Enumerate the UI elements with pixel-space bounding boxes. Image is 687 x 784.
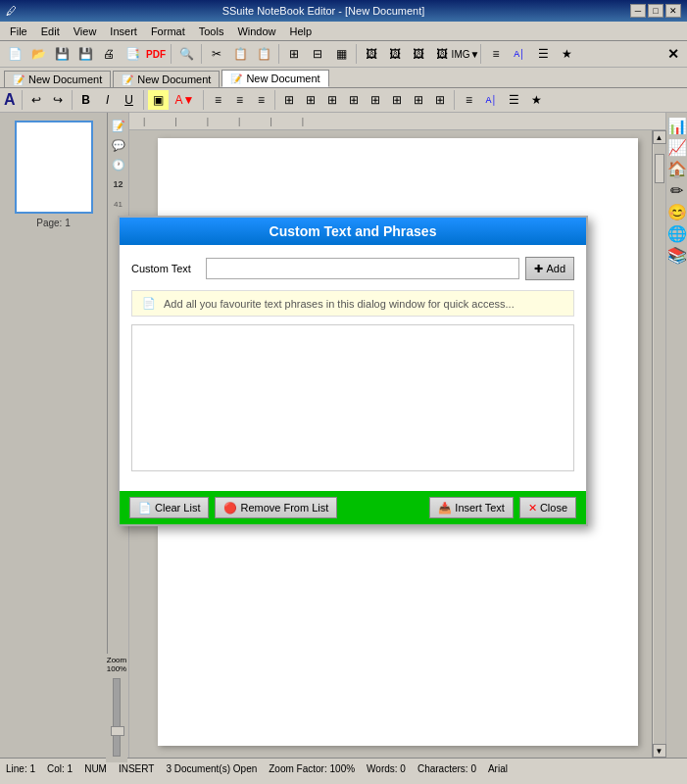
sep-fmt2 [72, 90, 73, 110]
find-button[interactable]: 🔍 [175, 43, 197, 65]
save-as-button[interactable]: 💾 [74, 43, 96, 65]
menu-view[interactable]: View [68, 24, 103, 39]
list-btn8[interactable]: ⊞ [430, 90, 450, 110]
style-button[interactable]: ≡ [485, 43, 507, 65]
add-btn-label: Add [546, 263, 565, 274]
underline-button[interactable]: U [120, 90, 139, 110]
list-btn1[interactable]: ⊞ [279, 90, 299, 110]
main-toolbar: 📄 📂 💾 💾 🖨 📑 PDF 🔍 ✂ 📋 📋 ⊞ ⊟ ▦ 🖼 🖼 🖼 🖼 IM… [0, 41, 687, 68]
tab-3[interactable]: 📝 New Document [221, 70, 328, 87]
menu-insert[interactable]: Insert [104, 24, 143, 39]
tab-icon-1: 📝 [13, 74, 25, 85]
remove-icon: 🔴 [223, 502, 237, 514]
maximize-button[interactable]: □ [648, 4, 663, 18]
img2-button[interactable]: 🖼 [384, 43, 406, 65]
img-button[interactable]: 🖼 [361, 43, 382, 65]
paste-button[interactable]: 📋 [253, 43, 274, 65]
minimize-button[interactable]: ─ [630, 4, 646, 18]
clear-list-label: Clear List [155, 502, 200, 514]
list-btn9[interactable]: ☰ [504, 90, 524, 110]
img3-button[interactable]: 🖼 [408, 43, 429, 65]
menu-file[interactable]: File [4, 24, 33, 39]
col-button[interactable]: ▦ [330, 43, 352, 65]
list-btn7[interactable]: ⊞ [409, 90, 428, 110]
font-size-a: A [4, 91, 16, 109]
print-button[interactable]: 🖨 [98, 43, 120, 65]
close-window-button[interactable]: ✕ [665, 4, 681, 18]
toolbar-close-button[interactable]: ✕ [663, 46, 683, 62]
highlight-button[interactable]: ▣ [148, 90, 169, 110]
scroll-thumb[interactable] [655, 154, 664, 183]
phrases-list[interactable] [131, 324, 574, 471]
status-docs-open: 3 Document(s) Open [166, 763, 257, 774]
undo-button[interactable]: ↩ [26, 90, 46, 110]
remove-from-list-button[interactable]: 🔴 Remove From List [215, 497, 337, 518]
save-button[interactable]: 💾 [51, 43, 73, 65]
side-icon-history[interactable]: 🕐 [110, 156, 127, 173]
left-panel: Page: 1 [0, 113, 108, 758]
dialog-input-row: Custom Text ✚ Add [131, 257, 574, 280]
align-right-button[interactable]: ≡ [251, 90, 270, 110]
color-button[interactable]: A▼ [171, 90, 200, 110]
right-icon-4[interactable]: ✏ [668, 181, 686, 199]
sep3 [278, 44, 279, 64]
right-icon-3[interactable]: 🏠 [668, 160, 686, 177]
cut-button[interactable]: ✂ [206, 43, 227, 65]
side-icon-comment[interactable]: 💬 [110, 136, 127, 154]
open-button[interactable]: 📂 [27, 43, 49, 65]
table2-button[interactable]: ⊟ [307, 43, 328, 65]
tab-2[interactable]: 📝 New Document [113, 71, 220, 87]
clear-list-button[interactable]: 📄 Clear List [129, 497, 209, 518]
zoom-track[interactable] [113, 678, 121, 757]
text-btn2[interactable]: A│ [480, 90, 502, 110]
right-icon-2[interactable]: 📈 [668, 138, 686, 156]
tab-1[interactable]: 📝 New Document [4, 71, 111, 87]
img4-button[interactable]: 🖼 [431, 43, 453, 65]
redo-button[interactable]: ↪ [48, 90, 68, 110]
list-button[interactable]: ☰ [532, 43, 554, 65]
menu-help[interactable]: Help [284, 24, 319, 39]
sep4 [356, 44, 357, 64]
align-center-button[interactable]: ≡ [229, 90, 249, 110]
special-btn2[interactable]: ★ [526, 90, 547, 110]
menu-format[interactable]: Format [145, 24, 191, 39]
list-btn3[interactable]: ⊞ [322, 90, 342, 110]
vertical-scrollbar[interactable]: ▲ ▼ [652, 130, 665, 758]
add-phrase-button[interactable]: ✚ Add [525, 257, 574, 280]
right-icon-6[interactable]: 🌐 [668, 224, 686, 242]
scroll-up-arrow[interactable]: ▲ [653, 130, 666, 144]
right-icon-1[interactable]: 📊 [668, 117, 686, 134]
window-controls: ─ □ ✕ [630, 4, 681, 18]
scroll-track[interactable] [654, 144, 665, 744]
dialog-close-button[interactable]: ✕ Close [519, 497, 576, 518]
italic-button[interactable]: I [98, 90, 118, 110]
bold-button[interactable]: B [76, 90, 96, 110]
table-button[interactable]: ⊞ [283, 43, 305, 65]
print2-button[interactable]: 📑 [122, 43, 143, 65]
align-left-button[interactable]: ≡ [208, 90, 227, 110]
list-btn2[interactable]: ⊞ [301, 90, 320, 110]
custom-text-input[interactable] [206, 258, 519, 279]
page-thumbnail[interactable] [15, 121, 93, 214]
list-btn6[interactable]: ⊞ [387, 90, 407, 110]
pdf-button[interactable]: PDF [145, 43, 167, 65]
img5-button[interactable]: IMG▼ [455, 43, 476, 65]
menu-edit[interactable]: Edit [35, 24, 66, 39]
side-icon-doc[interactable]: 📝 [110, 117, 127, 134]
right-icon-5[interactable]: 😊 [668, 203, 686, 220]
style-btn2[interactable]: ≡ [459, 90, 478, 110]
scroll-down-arrow[interactable]: ▼ [653, 744, 666, 758]
menu-tools[interactable]: Tools [193, 24, 230, 39]
side-icon-ruler: 41 [110, 195, 127, 213]
menu-window[interactable]: Window [231, 24, 281, 39]
list-btn4[interactable]: ⊞ [344, 90, 364, 110]
special-button[interactable]: ★ [556, 43, 577, 65]
right-icon-7[interactable]: 📚 [668, 246, 686, 264]
status-col: Col: 1 [47, 763, 73, 774]
insert-text-button[interactable]: 📥 Insert Text [429, 497, 514, 518]
zoom-thumb[interactable] [111, 726, 124, 736]
list-btn5[interactable]: ⊞ [366, 90, 385, 110]
copy-button[interactable]: 📋 [229, 43, 251, 65]
new-doc-button[interactable]: 📄 [4, 43, 25, 65]
text-button[interactable]: A│ [509, 43, 530, 65]
